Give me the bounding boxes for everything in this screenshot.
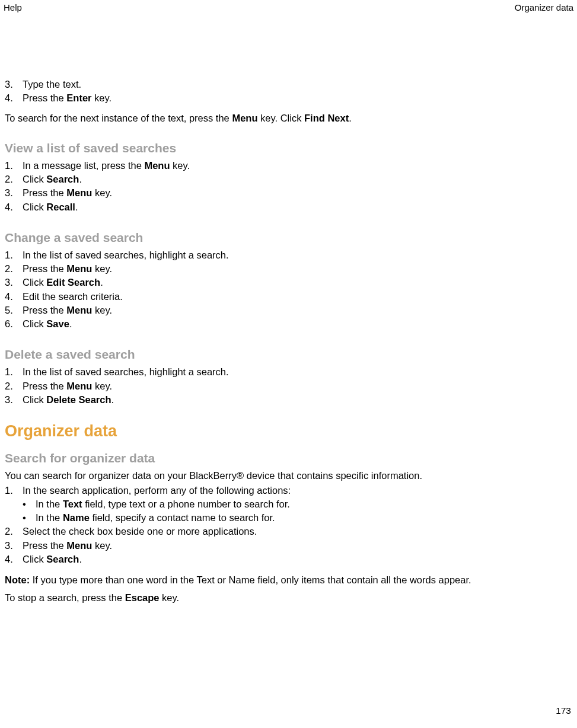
list-item: 3. Click Edit Search. (5, 276, 572, 289)
list-text: In a message list, press the Menu key. (23, 159, 572, 172)
bold-text: Menu (66, 187, 92, 198)
text: . (69, 318, 72, 329)
bold-text: Menu (66, 305, 92, 315)
bold-text: Menu (66, 381, 92, 391)
bold-text: Menu (144, 160, 170, 171)
text: key. (92, 540, 112, 551)
text: Click (23, 277, 46, 288)
text: field, specify a contact name to search … (90, 512, 275, 523)
note-label: Note: (5, 574, 30, 585)
list-number: 2. (5, 379, 23, 392)
list-text: Press the Menu key. (23, 304, 572, 317)
list-item: 4. Edit the search criteria. (5, 290, 572, 304)
bold-text: Save (46, 318, 69, 329)
list-number: 3. (5, 186, 23, 199)
list-item: 2. Select the check box beside one or mo… (5, 525, 572, 538)
list-number: 4. (5, 290, 23, 303)
text: If you type more than one word in the Te… (30, 574, 471, 585)
list-number: 4. (5, 91, 23, 104)
list-item: 4. Press the Enter key. (5, 91, 572, 105)
bold-text: Search (46, 554, 79, 564)
list-item: 2. Press the Menu key. (5, 262, 572, 276)
intro-list: 3. Type the text. 4. Press the Enter key… (5, 78, 572, 106)
page-content: 3. Type the text. 4. Press the Enter key… (0, 12, 577, 605)
list-text: Press the Menu key. (23, 539, 572, 552)
list-text: Edit the search criteria. (23, 290, 572, 303)
list-number: 6. (5, 317, 23, 330)
list-text: Press the Menu key. (23, 186, 572, 199)
text: Click (23, 202, 46, 212)
sec4-list: 1. In the search application, perform an… (5, 484, 572, 567)
list-item: 3. Press the Menu key. (5, 186, 572, 200)
list-item: 3. Click Delete Search. (5, 393, 572, 407)
bullet-item: • In the Name field, specify a contact n… (5, 511, 572, 525)
list-number: 3. (5, 539, 23, 552)
text: Press the (23, 187, 66, 198)
bullet-icon: • (23, 497, 36, 510)
bold-text: Recall (46, 202, 75, 212)
list-text: Click Edit Search. (23, 276, 572, 289)
list-text: Click Delete Search. (23, 393, 572, 406)
page-footer: 173 (0, 613, 577, 722)
bold-text: Enter (66, 92, 91, 103)
text: Click (23, 318, 46, 329)
list-text: Click Recall. (23, 200, 572, 213)
list-text: In the list of saved searches, highlight… (23, 248, 572, 261)
sec2-list: 1. In the list of saved searches, highli… (5, 248, 572, 331)
list-text: Press the Enter key. (23, 91, 572, 104)
bold-text: Menu (66, 540, 92, 551)
list-number: 1. (5, 248, 23, 261)
list-number: 2. (5, 173, 23, 186)
list-text: Press the Menu key. (23, 379, 572, 392)
list-item: 1. In the list of saved searches, highli… (5, 248, 572, 262)
list-number: 1. (5, 365, 23, 378)
text: . (79, 554, 82, 564)
bold-text: Edit Search (46, 277, 100, 288)
text: Press the (23, 305, 66, 315)
text: key. (170, 160, 190, 171)
list-item: 1. In a message list, press the Menu key… (5, 159, 572, 173)
bold-text: Text (63, 499, 82, 509)
text: key. (92, 305, 112, 315)
section-heading-delete-saved-search: Delete a saved search (5, 347, 572, 362)
list-text: Select the check box beside one or more … (23, 525, 572, 538)
list-text: Click Save. (23, 317, 572, 330)
bullet-item: • In the Text field, type text or a phon… (5, 497, 572, 511)
list-number: 5. (5, 304, 23, 317)
text: Click (23, 554, 46, 564)
section-heading-change-saved-search: Change a saved search (5, 231, 572, 245)
major-heading-organizer-data: Organizer data (5, 422, 572, 440)
header-right: Organizer data (515, 2, 573, 12)
section-heading-view-saved-searches: View a list of saved searches (5, 141, 572, 155)
text: In the (36, 499, 63, 509)
list-item: 2. Click Search. (5, 173, 572, 186)
text: . (79, 174, 82, 184)
text: field, type text or a phone number to se… (82, 499, 290, 509)
list-item: 1. In the search application, perform an… (5, 484, 572, 497)
list-item: 6. Click Save. (5, 317, 572, 331)
text: Press the (23, 263, 66, 274)
text: . (100, 277, 103, 288)
page-number: 173 (556, 705, 571, 716)
text: To search for the next instance of the t… (5, 113, 232, 123)
list-number: 4. (5, 553, 23, 566)
bullet-icon: • (23, 511, 36, 524)
stop-paragraph: To stop a search, press the Escape key. (5, 591, 572, 604)
list-item: 1. In the list of saved searches, highli… (5, 365, 572, 379)
list-text: Click Search. (23, 173, 572, 186)
sec1-list: 1. In a message list, press the Menu key… (5, 159, 572, 214)
text: Click (23, 394, 46, 405)
list-text: Type the text. (23, 78, 572, 91)
bold-text: Menu (66, 263, 92, 274)
text: . (349, 113, 352, 123)
list-text: In the Name field, specify a contact nam… (36, 511, 572, 524)
bold-text: Name (63, 512, 90, 523)
bold-text: Delete Search (46, 394, 111, 405)
list-text: In the Text field, type text or a phone … (36, 497, 572, 510)
bold-text: Escape (125, 592, 160, 603)
note-paragraph: Note: If you type more than one word in … (5, 573, 572, 586)
list-text: In the search application, perform any o… (23, 484, 572, 497)
text: key. (92, 263, 112, 274)
bold-text: Menu (232, 113, 257, 123)
text: . (111, 394, 114, 405)
